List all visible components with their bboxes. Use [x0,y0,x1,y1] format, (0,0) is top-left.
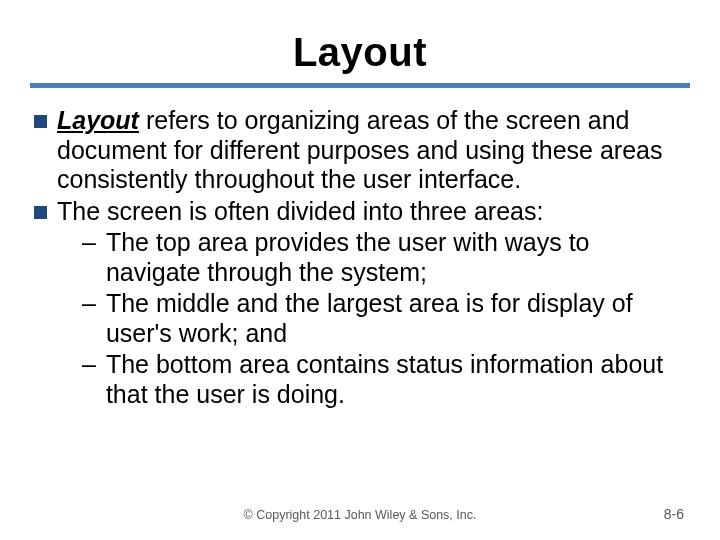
dash-icon: – [82,228,96,258]
footer: © Copyright 2011 John Wiley & Sons, Inc. [0,508,720,522]
bullet-square-icon [34,115,47,128]
title-underline [30,83,690,88]
slide: Layout Layout refers to organizing areas… [0,0,720,540]
sub-bullet-item: – The middle and the largest area is for… [82,289,686,348]
bullet-text: The screen is often divided into three a… [57,197,543,227]
sub-bullet-text: The bottom area contains status informat… [106,350,686,409]
slide-title: Layout [293,30,427,75]
page-number: 8-6 [664,506,684,522]
bullet-text: Layout refers to organizing areas of the… [57,106,686,195]
bullet-item: The screen is often divided into three a… [34,197,686,227]
dash-icon: – [82,350,96,380]
sub-bullet-item: – The top area provides the user with wa… [82,228,686,287]
slide-body: Layout refers to organizing areas of the… [30,106,690,409]
sub-bullet-item: – The bottom area contains status inform… [82,350,686,409]
copyright: © Copyright 2011 John Wiley & Sons, Inc. [244,508,477,522]
term: Layout [57,106,139,134]
bullet-rest: refers to organizing areas of the screen… [57,106,662,193]
title-block: Layout [30,30,690,75]
dash-icon: – [82,289,96,319]
bullet-square-icon [34,206,47,219]
sub-bullet-text: The top area provides the user with ways… [106,228,686,287]
sub-bullets: – The top area provides the user with wa… [82,228,686,409]
sub-bullet-text: The middle and the largest area is for d… [106,289,686,348]
bullet-item: Layout refers to organizing areas of the… [34,106,686,195]
